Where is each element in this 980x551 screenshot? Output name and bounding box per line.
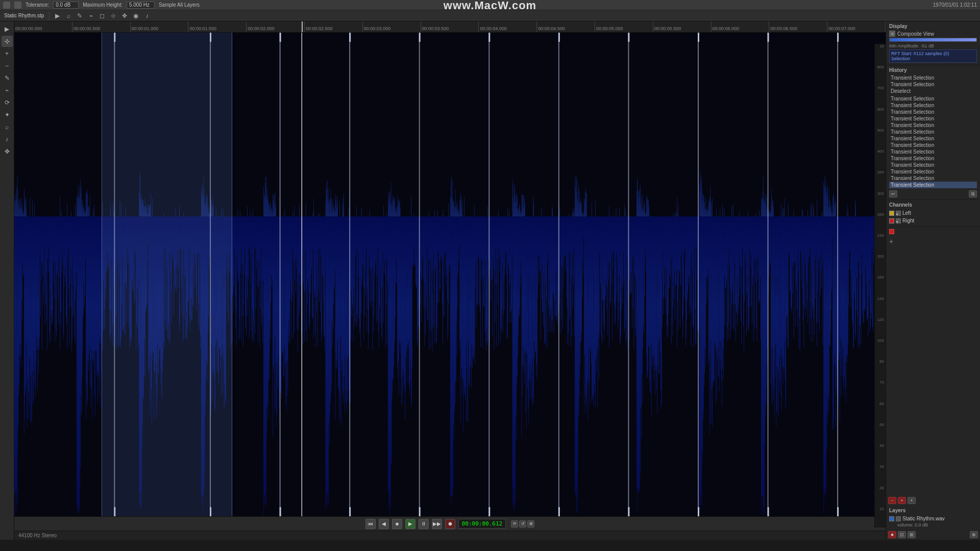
pointer-tool[interactable]: ▶ bbox=[2, 23, 13, 35]
brush-tool[interactable]: ⌁ bbox=[86, 11, 95, 20]
pencil-tool[interactable]: ✎ bbox=[75, 11, 84, 20]
time-display: 00:00:00.612 bbox=[458, 519, 506, 529]
tick-3: 00:00:01.500 bbox=[188, 21, 247, 32]
timeline-ruler[interactable]: 00:00:00.000 00:00:00.500 00:00:01.000 0… bbox=[14, 21, 886, 33]
history-item-12[interactable]: Transient Selection bbox=[889, 155, 977, 162]
tick-7: 00:00:03.500 bbox=[421, 21, 479, 32]
audio-tool[interactable]: ♪ bbox=[2, 134, 13, 145]
status-text: 44100 Hz Stereo bbox=[18, 533, 57, 538]
waveform-canvas bbox=[14, 33, 886, 516]
tick-0: 00:00:00.000 bbox=[14, 21, 72, 32]
maxheight-label: Maximum Height: bbox=[83, 2, 122, 8]
history-copy-btn[interactable]: ⧉ bbox=[969, 190, 977, 197]
history-item-0[interactable]: Transient Selection bbox=[889, 74, 977, 81]
min-amplitude-row: Min Amplitude: -51 dB bbox=[889, 43, 977, 48]
layer-volume: volume: 0.0 dB bbox=[889, 522, 977, 528]
layer-del2-btn[interactable]: × bbox=[898, 497, 906, 504]
tolerance-input[interactable] bbox=[53, 2, 79, 9]
arrow-tool[interactable]: ▶ bbox=[53, 11, 62, 20]
bottom-controls: ■ ⊡ ⊞ ⊕ bbox=[886, 530, 980, 540]
history-item-4[interactable]: Transient Selection bbox=[889, 102, 977, 109]
layer-item-0[interactable]: Static Rhythm.wav bbox=[889, 515, 977, 522]
expand-btn[interactable]: + bbox=[886, 236, 980, 246]
layer-color-swatch bbox=[889, 516, 894, 521]
selection-info: RFT Start: #112 samples (0) Selection bbox=[889, 49, 977, 63]
next-btn[interactable]: ▶▶ bbox=[432, 519, 442, 529]
hand-left-tool[interactable]: ✥ bbox=[2, 146, 13, 157]
waveform-display[interactable] bbox=[14, 33, 886, 516]
ruler-ticks: 00:00:00.000 00:00:00.500 00:00:01.000 0… bbox=[14, 21, 886, 32]
tick-12: 00:00:06.000 bbox=[712, 21, 770, 32]
zoom-view-tool[interactable]: ⌕ bbox=[2, 121, 13, 133]
snap-btn[interactable]: ⊞ bbox=[527, 520, 534, 528]
eye-tool[interactable]: ◉ bbox=[131, 11, 140, 20]
waveform-center: 00:00:00.000 00:00:00.500 00:00:01.000 0… bbox=[14, 21, 886, 540]
channel-left-vis[interactable]: ▪ bbox=[896, 211, 901, 216]
history-item-8[interactable]: Transient Selection bbox=[889, 129, 977, 135]
history-item-9[interactable]: Transient Selection bbox=[889, 135, 977, 142]
select-tool[interactable]: ⊹ bbox=[109, 11, 118, 20]
history-item-13[interactable]: Transient Selection bbox=[889, 162, 977, 168]
history-item-14[interactable]: Transient Selection bbox=[889, 168, 977, 175]
zoom-tool[interactable]: ⌕ bbox=[64, 11, 73, 20]
channel-right-vis[interactable]: ▪ bbox=[896, 218, 901, 223]
history-item-10[interactable]: Transient Selection bbox=[889, 142, 977, 148]
bottom-expand-btn[interactable]: ⊕ bbox=[970, 531, 978, 538]
prev-btn[interactable]: ◀ bbox=[379, 519, 389, 529]
sample-all-label: Sample All Layers bbox=[159, 2, 200, 8]
skip-to-start-btn[interactable]: ⏮ bbox=[365, 519, 376, 529]
stop-btn[interactable]: ■ bbox=[392, 519, 402, 529]
bottom-red-btn[interactable]: ■ bbox=[888, 531, 896, 538]
selection-tool[interactable]: ⊹ bbox=[2, 36, 13, 47]
loop-btn[interactable]: ⟳ bbox=[511, 520, 518, 528]
zoom-in-tool[interactable]: + bbox=[2, 48, 13, 59]
composite-bar bbox=[889, 38, 977, 42]
layer-add-btn[interactable]: + bbox=[908, 497, 916, 504]
zoom-out-tool[interactable]: − bbox=[2, 60, 13, 71]
speaker-tool[interactable]: ♪ bbox=[142, 11, 152, 20]
layer-controls: − × + bbox=[886, 495, 980, 506]
layer-vis-btn[interactable] bbox=[896, 516, 901, 521]
history-item-6[interactable]: Transient Selection bbox=[889, 115, 977, 122]
tick-2: 00:00:01.000 bbox=[131, 21, 189, 32]
history-item-7[interactable]: Transient Selection bbox=[889, 122, 977, 129]
watermark: www.MacW.com bbox=[444, 0, 536, 12]
bottom-btn2[interactable]: ⊡ bbox=[898, 531, 906, 538]
channels-section: Channels ▪ Left ▪ Right bbox=[886, 200, 980, 227]
layer-del-btn[interactable]: − bbox=[888, 497, 896, 504]
pause-btn[interactable]: ⏸ bbox=[419, 519, 429, 529]
window-controls-2[interactable] bbox=[14, 2, 21, 9]
main-area: ▶ ⊹ + − ✎ ⌁ ⟳ ✦ ⌕ ♪ ✥ 00:00:00.000 00:00… bbox=[0, 21, 980, 540]
right-panel-bottom: − × + Layers Static Rhythm.wav volume: 0… bbox=[886, 495, 980, 540]
tick-8: 00:00:04.000 bbox=[479, 21, 537, 32]
red-indicator bbox=[889, 229, 894, 234]
history-item-15[interactable]: Transient Selection bbox=[889, 175, 977, 182]
history-item-3[interactable]: Transient Selection bbox=[889, 95, 977, 102]
history-item-16[interactable]: Transient Selection bbox=[889, 182, 977, 188]
history-item-1[interactable]: Transient Selection bbox=[889, 81, 977, 88]
channel-left: ▪ Left bbox=[889, 209, 977, 217]
record-btn[interactable]: ⏺ bbox=[445, 519, 455, 529]
loop-btn-2[interactable]: ↺ bbox=[519, 520, 526, 528]
lasso-tool[interactable]: ⟳ bbox=[2, 97, 13, 108]
history-deselect[interactable]: Deselect bbox=[889, 88, 977, 94]
maxheight-input[interactable] bbox=[127, 2, 155, 9]
channel-right-color bbox=[889, 218, 894, 223]
hand-tool[interactable]: ✥ bbox=[120, 11, 129, 20]
bottom-btn3[interactable]: ⊞ bbox=[908, 531, 916, 538]
eraser-tool[interactable]: ◻ bbox=[97, 11, 107, 20]
paint-tool[interactable]: ⌁ bbox=[2, 85, 13, 96]
window-controls[interactable] bbox=[3, 2, 10, 9]
magic-wand-tool[interactable]: ✦ bbox=[2, 109, 13, 120]
history-item-5[interactable]: Transient Selection bbox=[889, 109, 977, 115]
channels-title: Channels bbox=[889, 202, 977, 208]
layers-section: Layers Static Rhythm.wav volume: 0.0 dB bbox=[886, 506, 980, 530]
pencil-tool-left[interactable]: ✎ bbox=[2, 72, 13, 84]
layer-name: Static Rhythm.wav bbox=[902, 516, 945, 521]
tick-11: 00:00:05.500 bbox=[653, 21, 712, 32]
channel-right-label: Right bbox=[902, 218, 914, 223]
history-item-11[interactable]: Transient Selection bbox=[889, 148, 977, 155]
undo-btn[interactable]: ↩ bbox=[889, 190, 897, 197]
play-btn[interactable]: ▶ bbox=[405, 519, 415, 529]
file-name[interactable]: Static Rhythm.stp bbox=[2, 13, 46, 18]
